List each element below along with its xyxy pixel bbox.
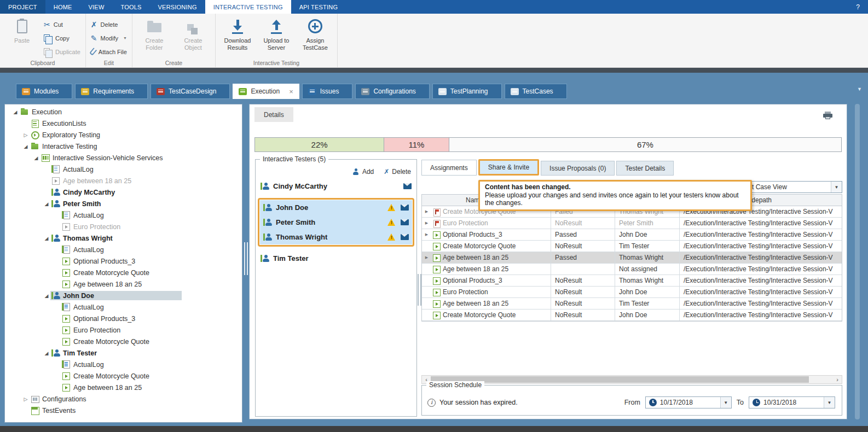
tree-item[interactable]: ActualLog bbox=[5, 244, 242, 255]
row-expander-icon[interactable]: ▶ bbox=[423, 221, 430, 225]
paste-button[interactable]: Paste bbox=[5, 16, 39, 59]
menu-item[interactable]: VERSIONING bbox=[150, 0, 205, 14]
document-tab[interactable]: TestCases bbox=[505, 84, 567, 99]
tester-row[interactable]: John Doe bbox=[260, 200, 412, 215]
tree-item[interactable]: ▷ Configurations bbox=[5, 393, 242, 405]
document-tab[interactable]: TestCaseDesign bbox=[151, 84, 230, 99]
assignments-tab[interactable]: Share & Invite bbox=[478, 159, 539, 176]
assignments-tab[interactable]: Issue Proposals (0) bbox=[541, 161, 615, 176]
tree-item[interactable]: Create Motorcycle Quote bbox=[5, 370, 242, 382]
tree-expander-icon[interactable]: ◢ bbox=[43, 351, 50, 356]
tree-item[interactable]: ActualLog bbox=[5, 301, 242, 313]
tree-item[interactable]: ▷ Exploratory Testing bbox=[5, 129, 242, 141]
tree-expander-icon[interactable]: ◢ bbox=[32, 155, 40, 161]
tree-item[interactable]: ◢ Peter Smith bbox=[5, 198, 242, 209]
assignment-row[interactable]: Create Motorcycle Quote NoResult Tim Tes… bbox=[422, 241, 842, 252]
tester-row[interactable]: Thomas Wright bbox=[260, 230, 412, 244]
row-expander-icon[interactable]: ▶ bbox=[423, 209, 430, 214]
case-view-dropdown[interactable]: t Case View ▼ bbox=[746, 181, 842, 193]
assignment-row[interactable]: Optional Products_3 NoResult Thomas Wrig… bbox=[422, 275, 842, 287]
tester-row[interactable]: Tim Tester bbox=[257, 251, 415, 266]
menu-item[interactable]: TOOLS bbox=[112, 0, 149, 14]
row-expander-icon[interactable]: ▶ bbox=[423, 232, 430, 237]
tree-expander-icon[interactable]: ▷ bbox=[22, 132, 30, 138]
tree-item[interactable]: ExecutionLists bbox=[5, 118, 242, 129]
from-dropdown-icon[interactable]: ▼ bbox=[720, 397, 731, 408]
tree-expander-icon[interactable]: ◢ bbox=[22, 144, 30, 149]
assignment-row[interactable]: Create Motorcycle Quote NoResult John Do… bbox=[422, 310, 842, 321]
menu-item[interactable]: PROJECT bbox=[0, 0, 45, 14]
case-view-dropdown-icon[interactable]: ▼ bbox=[831, 182, 842, 192]
menu-item[interactable]: INTERACTIVE TESTING bbox=[205, 0, 291, 14]
help-button[interactable]: ? bbox=[848, 0, 868, 14]
tree-expander-icon[interactable]: ◢ bbox=[43, 201, 50, 207]
tree-item[interactable]: ◢ Interactive Testing bbox=[5, 141, 242, 152]
document-tab[interactable]: Issues bbox=[302, 84, 353, 99]
tree-item[interactable]: Euro Protection bbox=[5, 324, 242, 336]
add-tester-button[interactable]: Add bbox=[352, 168, 374, 176]
copy-button[interactable]: Copy bbox=[44, 33, 80, 43]
details-tab[interactable]: Details bbox=[254, 107, 293, 122]
menu-item[interactable]: API TESTING bbox=[291, 0, 346, 14]
tester-row[interactable]: Peter Smith bbox=[260, 215, 412, 230]
horizontal-scrollbar[interactable]: ‹ › bbox=[421, 375, 842, 384]
assignment-row[interactable]: Euro Protection NoResult John Doe /Execu… bbox=[422, 287, 842, 298]
document-tab[interactable]: Modules bbox=[16, 84, 72, 99]
tree-expander-icon[interactable]: ◢ bbox=[43, 236, 50, 241]
upload-to-server-button[interactable]: Upload to Server bbox=[259, 16, 293, 59]
tree-item[interactable]: ActualLog bbox=[5, 359, 242, 370]
cut-button[interactable]: ✂ Cut bbox=[44, 20, 80, 29]
tab-close-icon[interactable]: × bbox=[289, 87, 293, 96]
testers-splitter-handle[interactable] bbox=[418, 274, 421, 306]
download-results-button[interactable]: Download Results bbox=[221, 16, 254, 59]
tree-item[interactable]: Euro Protection bbox=[5, 221, 242, 232]
document-tab[interactable]: Requirements bbox=[75, 84, 148, 99]
scrollbar-thumb[interactable] bbox=[431, 376, 809, 383]
tree-item[interactable]: ActualLog bbox=[5, 164, 242, 175]
tree-item[interactable]: Optional Products_3 bbox=[5, 255, 242, 267]
assignment-row[interactable]: Age between 18 an 25 Not assigned /Execu… bbox=[422, 264, 842, 275]
tree-item[interactable]: ◢ Execution bbox=[5, 106, 242, 118]
to-dropdown-icon[interactable]: ▼ bbox=[824, 397, 835, 408]
assignment-row[interactable]: Age between 18 an 25 NoResult Tim Tester… bbox=[422, 298, 842, 310]
tree-item[interactable]: ◢ John Doe bbox=[5, 290, 242, 301]
assignments-tab[interactable]: Assignments bbox=[421, 160, 477, 176]
modify-dropdown-icon[interactable]: ▼ bbox=[123, 36, 127, 40]
tree-item[interactable]: Optional Products_3 bbox=[5, 313, 242, 324]
workspace-scrollbar[interactable] bbox=[855, 104, 860, 419]
tree-item[interactable]: ◢ Interactive Session-Vehicle Services bbox=[5, 152, 242, 164]
duplicate-button[interactable]: Duplicate bbox=[44, 47, 80, 56]
menu-item[interactable]: VIEW bbox=[80, 0, 113, 14]
assignments-tab[interactable]: Tester Details bbox=[616, 161, 674, 176]
tree-item[interactable]: TestEvents bbox=[5, 405, 242, 416]
tree-expander-icon[interactable]: ▷ bbox=[22, 396, 30, 402]
from-date-picker[interactable]: 10/17/2018 ▼ bbox=[645, 396, 732, 408]
print-button[interactable] bbox=[823, 112, 832, 121]
tree-item[interactable]: ActualLog bbox=[5, 209, 242, 221]
tab-overflow-button[interactable]: ▼ bbox=[857, 86, 862, 92]
assignment-row[interactable]: ▶ Optional Products_3 Passed John Doe /E… bbox=[422, 229, 842, 241]
tree-item[interactable]: Cindy McCarthy bbox=[5, 186, 242, 198]
tree-item[interactable]: Create Motorcycle Quote bbox=[5, 336, 242, 347]
tree-item[interactable]: ◢ Tim Tester bbox=[5, 347, 242, 359]
tree-expander-icon[interactable]: ◢ bbox=[11, 109, 19, 115]
tester-row[interactable]: Cindy McCarthy bbox=[257, 179, 415, 194]
tree-item[interactable]: Age between 18 an 25 bbox=[5, 382, 242, 393]
create-object-button[interactable]: Create Object bbox=[176, 16, 210, 59]
menu-item[interactable]: HOME bbox=[45, 0, 80, 14]
delete-tester-button[interactable]: ✗ Delete bbox=[384, 168, 411, 176]
tree-splitter-handle[interactable] bbox=[244, 242, 248, 275]
document-tab[interactable]: TestPlanning bbox=[432, 84, 502, 99]
assign-testcase-button[interactable]: Assign TestCase bbox=[298, 16, 332, 59]
row-expander-icon[interactable]: ▶ bbox=[423, 255, 430, 260]
assignment-row[interactable]: ▶ Age between 18 an 25 Passed Thomas Wri… bbox=[422, 252, 842, 264]
to-date-picker[interactable]: 10/31/2018 ▼ bbox=[749, 396, 835, 408]
modify-button[interactable]: ✎ Modify ▼ bbox=[91, 33, 127, 43]
delete-button[interactable]: ✗ Delete bbox=[91, 20, 127, 29]
document-tab[interactable]: Execution × bbox=[233, 84, 299, 99]
tree-expander-icon[interactable]: ◢ bbox=[43, 293, 50, 299]
tree-item[interactable]: Create Motorcycle Quote bbox=[5, 267, 242, 278]
tree-item[interactable]: Age between 18 an 25 bbox=[5, 175, 242, 186]
scroll-right-icon[interactable]: › bbox=[833, 376, 842, 383]
create-folder-button[interactable]: Create Folder bbox=[137, 16, 171, 59]
